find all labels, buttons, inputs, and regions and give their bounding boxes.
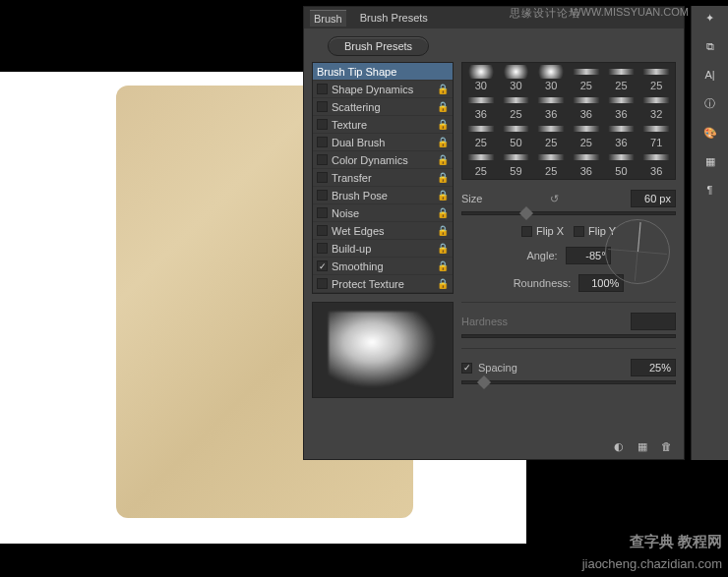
brush-tip-cell[interactable]: 50 [500,122,533,148]
swatches-icon[interactable]: 🎨 [703,127,717,140]
opt-noise[interactable]: Noise🔒 [313,204,453,222]
opt-protect-texture[interactable]: Protect Texture🔒 [313,275,453,293]
tab-brush-presets[interactable]: Brush Presets [356,10,432,26]
checkbox[interactable] [317,172,328,183]
brush-tip-cell[interactable]: 36 [570,150,603,177]
lock-icon[interactable]: 🔒 [437,260,449,271]
new-preset-icon[interactable]: ▦ [637,440,647,453]
checkbox[interactable] [317,190,328,201]
opt-brush-pose[interactable]: Brush Pose🔒 [313,187,453,204]
brush-tip-cell[interactable]: 36 [605,93,638,120]
brush-tip-cell[interactable]: 36 [639,150,673,177]
opt-scattering[interactable]: Scattering🔒 [313,98,453,116]
info-icon[interactable]: ⓘ [704,96,715,111]
checkbox[interactable] [317,278,328,289]
clone-source-icon[interactable]: ⧉ [706,40,714,53]
opt-brush-tip-shape[interactable]: Brush Tip Shape [313,63,453,81]
opt-transfer[interactable]: Transfer🔒 [313,169,453,187]
lock-icon[interactable]: 🔒 [437,243,449,254]
brush-presets-button[interactable]: Brush Presets [328,36,429,56]
brush-tip-cell[interactable]: 59 [500,150,533,177]
checkbox[interactable] [317,243,328,254]
brush-preview-stroke [329,312,437,388]
brush-tip-cell[interactable]: 30 [464,65,498,91]
brush-tip-cell[interactable]: 25 [639,65,673,91]
checkbox[interactable] [317,137,328,147]
lock-icon[interactable]: 🔒 [437,101,449,112]
lock-icon[interactable]: 🔒 [437,172,449,183]
opt-dual-brush[interactable]: Dual Brush🔒 [313,134,453,151]
spacing-slider[interactable] [461,380,676,384]
checkbox[interactable] [317,225,328,236]
lock-icon[interactable]: 🔒 [437,84,449,94]
watermark-cn: 思缘设计论坛 [510,6,580,21]
hardness-label: Hardness [461,316,508,327]
reset-size-icon[interactable]: ↺ [550,193,559,205]
brush-tip-cell[interactable]: 32 [639,93,673,120]
brush-tip-cell[interactable]: 25 [570,65,603,91]
brush-tip-cell[interactable]: 25 [534,150,568,177]
angle-label: Angle: [526,250,557,261]
opt-smoothing[interactable]: ✓Smoothing🔒 [313,258,453,275]
brushes-icon[interactable]: ✦ [705,12,714,25]
angle-input[interactable] [566,247,611,264]
brush-tip-cell[interactable]: 25 [500,93,533,120]
checkbox[interactable] [317,119,328,130]
brush-tip-cell[interactable]: 25 [605,65,638,91]
brush-tip-cell[interactable]: 30 [500,65,533,91]
lock-icon[interactable]: 🔒 [437,190,449,201]
flip-y-checkbox[interactable] [574,226,584,237]
opt-color-dynamics[interactable]: Color Dynamics🔒 [313,151,453,169]
lock-icon[interactable]: 🔒 [437,278,449,289]
toggle-preview-icon[interactable]: ◐ [614,440,624,453]
character-icon[interactable]: A| [704,69,714,81]
hardness-input [631,313,676,330]
checkbox[interactable] [317,84,328,94]
brush-preview [312,302,454,398]
brush-tip-cell[interactable]: 25 [570,122,603,148]
brush-tip-cell[interactable]: 36 [534,93,568,120]
checkbox[interactable]: ✓ [317,260,328,271]
flip-x-label: Flip X [536,225,564,237]
watermark-url-bottom: jiaocheng.chazidian.com [582,556,722,571]
brush-tip-grid[interactable]: 3030302525253625363636322550252536712559… [461,62,676,180]
brush-tip-cell[interactable]: 36 [605,122,638,148]
flip-x-checkbox[interactable] [521,226,532,237]
brush-tip-cell[interactable]: 36 [464,93,498,120]
opt-buildup[interactable]: Build-up🔒 [313,240,453,258]
right-toolbar: ✦ ⧉ A| ⓘ 🎨 ▦ ¶ [691,6,728,460]
opt-shape-dynamics[interactable]: Shape Dynamics🔒 [313,81,453,98]
brush-options-list: Brush Tip Shape Shape Dynamics🔒 Scatteri… [312,62,454,294]
checkbox[interactable] [317,207,328,218]
size-label: Size [461,193,482,204]
properties-icon[interactable]: ▦ [705,155,715,168]
lock-icon[interactable]: 🔒 [437,119,449,130]
opt-wet-edges[interactable]: Wet Edges🔒 [313,222,453,240]
brush-tip-cell[interactable]: 25 [534,122,568,148]
spacing-input[interactable] [631,359,676,376]
size-slider[interactable] [461,211,676,215]
brush-tip-cell[interactable]: 25 [464,150,498,177]
brush-tip-cell[interactable]: 30 [534,65,568,91]
paragraph-icon[interactable]: ¶ [707,184,713,196]
hardness-slider [461,334,676,338]
opt-texture[interactable]: Texture🔒 [313,116,453,134]
checkbox[interactable] [317,101,328,112]
lock-icon[interactable]: 🔒 [437,154,449,165]
delete-icon[interactable]: 🗑 [661,440,672,453]
tab-brush[interactable]: Brush [310,10,346,27]
brush-tip-cell[interactable]: 71 [639,122,673,148]
brush-panel: Brush Brush Presets Brush Presets Brush … [303,6,685,460]
size-input[interactable] [631,190,676,207]
brush-tip-cell[interactable]: 50 [605,150,638,177]
lock-icon[interactable]: 🔒 [437,207,449,218]
checkbox[interactable] [317,154,328,165]
spacing-label: Spacing [478,362,517,374]
angle-roundness-widget[interactable] [605,219,670,284]
brush-tip-cell[interactable]: 25 [464,122,498,148]
lock-icon[interactable]: 🔒 [437,225,449,236]
spacing-checkbox[interactable]: ✓ [461,363,472,374]
brush-tip-cell[interactable]: 36 [570,93,603,120]
watermark-url-top: WWW.MISSYUAN.COM [571,6,689,18]
lock-icon[interactable]: 🔒 [437,137,449,147]
